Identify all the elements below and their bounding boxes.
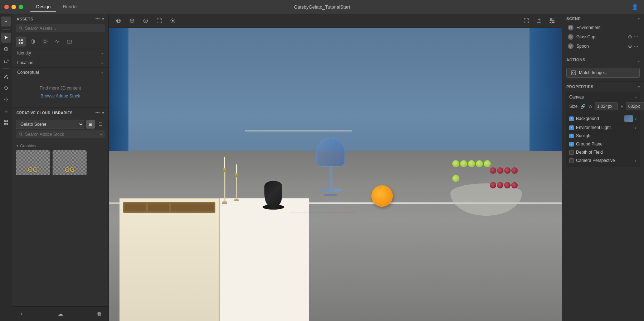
graphics-section: ▾ Graphics GG GG: [12, 140, 108, 177]
graphic-thumb-2[interactable]: GG: [53, 150, 87, 175]
environment-tab[interactable]: [52, 37, 62, 47]
maximize-button[interactable]: [19, 5, 23, 9]
cc-icon[interactable]: ☁: [55, 309, 65, 319]
select-tool[interactable]: [1, 33, 11, 43]
library-select[interactable]: Gelato Scene: [16, 120, 84, 129]
list-view-btn[interactable]: ☰: [96, 120, 105, 129]
background-checkbox[interactable]: [569, 116, 574, 121]
svg-point-1: [7, 77, 8, 79]
pan3d-tool[interactable]: [127, 15, 137, 26]
environment-light-prop-label: Environment Light: [569, 125, 611, 130]
background-prop-arrow[interactable]: ▸: [635, 117, 637, 121]
svg-point-7: [19, 27, 22, 29]
canvas-size-row: Size 🔗 W H: [569, 102, 637, 110]
rotate-tool[interactable]: [1, 56, 11, 66]
svg-rect-6: [6, 123, 8, 125]
graphic-label-2: GG: [64, 166, 74, 174]
ground-plane-checkbox[interactable]: [569, 142, 574, 147]
conceptual-section[interactable]: Conceptual ▸: [12, 68, 108, 77]
lightrig-tool[interactable]: [167, 15, 178, 26]
canvas-toolbar: [109, 14, 562, 28]
objects-tab[interactable]: [16, 37, 26, 47]
scene-items-list: Environment GlassCup Spoon: [566, 23, 640, 51]
add-library-btn[interactable]: +: [16, 309, 26, 319]
cloud-search-dropdown[interactable]: ▾: [100, 133, 102, 136]
red-grapes: [488, 166, 524, 198]
glasscup-more-icon[interactable]: [634, 35, 638, 39]
match-image-button[interactable]: Match Image...: [566, 68, 640, 78]
orbit-tool[interactable]: [113, 15, 124, 26]
cloud-toolbar: Gelato Scene ⊞ ☰: [12, 118, 108, 130]
match-image-label: Match Image...: [579, 70, 607, 75]
user-icon[interactable]: 👤: [630, 2, 640, 12]
pan-tool[interactable]: [1, 95, 11, 105]
identity-arrow: ▸: [102, 51, 103, 55]
export-canvas-tool[interactable]: [534, 15, 545, 26]
scene-item-spoon[interactable]: Spoon: [566, 42, 640, 51]
spoon-more-icon[interactable]: [634, 44, 638, 48]
assets-search-input[interactable]: [25, 26, 102, 31]
move-vertical-tool[interactable]: [1, 106, 11, 116]
actions-collapse-btn[interactable]: ▾: [638, 59, 640, 63]
cloud-more-btn[interactable]: •••: [95, 110, 100, 115]
fit-canvas-tool[interactable]: [154, 15, 165, 26]
match-image-icon: [571, 70, 576, 75]
canvas-label: Canvas: [569, 95, 584, 100]
scene-section-header[interactable]: SCENE ▾: [566, 16, 640, 21]
dolly-tool[interactable]: [140, 15, 151, 26]
add-tool[interactable]: +: [1, 16, 11, 27]
actions-section: ACTIONS ▾ Match Image...: [562, 54, 644, 82]
transform-tool[interactable]: [1, 44, 11, 54]
cloud-collapse-btn[interactable]: ▾: [102, 110, 104, 115]
cloud-search-input[interactable]: [25, 132, 98, 137]
size-label: Size: [569, 104, 577, 109]
environment-light-checkbox[interactable]: [569, 125, 574, 130]
document-title: GatsbyGelato_TutorialStart: [294, 4, 350, 10]
titlebar: Design Render GatsbyGelato_TutorialStart…: [0, 0, 644, 14]
sunlight-checkbox[interactable]: [569, 134, 574, 138]
delete-item-btn[interactable]: 🗑: [94, 309, 104, 319]
close-button[interactable]: [4, 5, 9, 9]
scene-object-tool[interactable]: [1, 118, 11, 128]
scene-item-environment[interactable]: Environment: [566, 23, 640, 32]
camera-perspective-prop-arrow[interactable]: ▸: [635, 159, 637, 163]
left-toolbar: +: [0, 14, 12, 321]
tab-design[interactable]: Design: [30, 2, 56, 12]
scene-item-glasscup[interactable]: GlassCup: [566, 32, 640, 42]
tab-render[interactable]: Render: [57, 2, 84, 12]
conceptual-arrow: ▸: [102, 71, 103, 75]
depth-of-field-checkbox[interactable]: [569, 150, 574, 155]
materials-tab[interactable]: [28, 37, 38, 47]
link-proportions-icon[interactable]: 🔗: [580, 104, 586, 109]
width-input[interactable]: [595, 102, 618, 110]
minimize-button[interactable]: [11, 5, 16, 9]
location-label: Location: [17, 60, 33, 65]
grid-view-btn[interactable]: ⊞: [86, 120, 95, 129]
browse-adobe-stock-link[interactable]: Browse Adobe Stock: [17, 92, 103, 100]
media-tab[interactable]: [64, 37, 74, 47]
assets-collapse-btn[interactable]: ▾: [102, 16, 104, 21]
glass-cup-object[interactable]: [314, 138, 347, 210]
orange-fruit: [371, 185, 393, 207]
depth-of-field-label-text: Depth of Field: [576, 150, 603, 155]
expand-canvas-tool[interactable]: [521, 15, 532, 26]
canvas-collapse-btn[interactable]: ▾: [635, 95, 637, 99]
spoon-visibility-icon[interactable]: [628, 44, 633, 49]
height-input[interactable]: [626, 102, 644, 110]
properties-collapse-btn[interactable]: ▾: [638, 85, 640, 89]
lighting-tab[interactable]: [40, 37, 50, 47]
environment-light-prop-arrow[interactable]: ▸: [635, 126, 637, 130]
background-thumbnail[interactable]: [624, 115, 633, 122]
location-section[interactable]: Location ▸: [12, 58, 108, 68]
svg-rect-5: [4, 123, 6, 125]
canvas-settings-tool[interactable]: [547, 15, 557, 26]
glasscup-visibility-icon[interactable]: [628, 34, 633, 39]
camera-perspective-checkbox[interactable]: [569, 158, 574, 163]
undo-tool[interactable]: [1, 83, 11, 93]
scene-collapse-btn[interactable]: ▾: [638, 17, 640, 21]
identity-section[interactable]: Identity ▸: [12, 48, 108, 58]
assets-more-btn[interactable]: •••: [95, 16, 100, 21]
graphic-thumb-1[interactable]: GG: [16, 150, 50, 175]
canvas-content[interactable]: [109, 28, 562, 321]
paint-tool[interactable]: [1, 72, 11, 82]
